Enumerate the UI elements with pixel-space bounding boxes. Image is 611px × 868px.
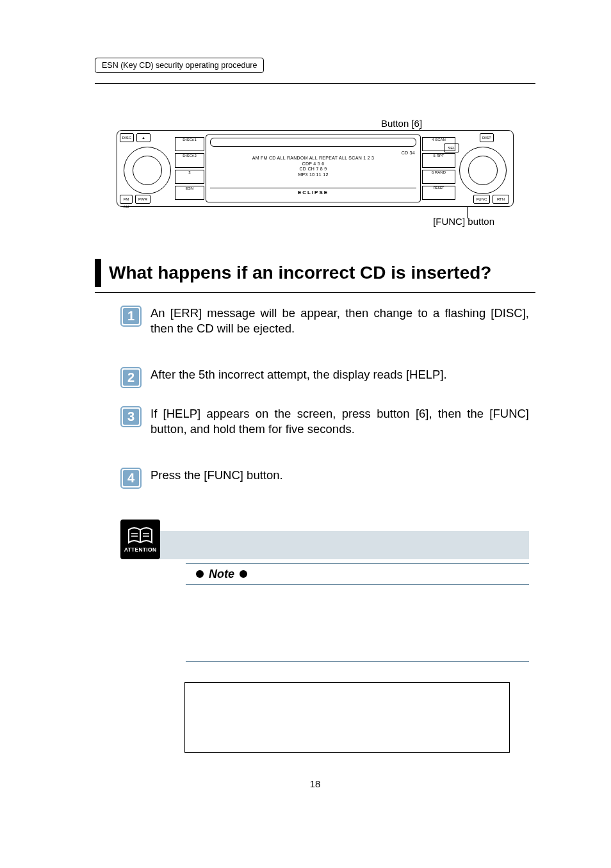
step-2: 2 After the 5th incorrect attempt, the d… [120,367,529,388]
preset-3-button[interactable]: 3 [175,170,204,184]
step-3-text: If [HELP] appears on the screen, press b… [151,406,529,437]
empty-info-box [184,682,510,753]
note-header: Note [186,563,529,585]
car-stereo-panel: DISC ▲ FM AM PWR DISC∧1 DISC∨2 3 ESN CD … [117,130,514,207]
page-number: 18 [95,778,535,789]
stereo-diagram: Button [6] DISC ▲ FM AM PWR DISC∧1 DISC∨… [95,118,535,227]
note-label: Note [209,568,234,581]
step-badge-4: 4 [120,468,142,489]
reset-button[interactable]: RESET [422,186,455,200]
cd-slot[interactable] [210,138,416,147]
stereo-display: CD 34 AM FM CD ALL RANDOM ALL REPEAT ALL… [206,135,421,202]
func-callout: [FUNC] button [95,216,535,227]
attention-label: ATTENTION [124,546,157,553]
note-body-area [186,585,529,662]
book-icon [127,526,153,545]
display-line-1: AM FM CD ALL RANDOM ALL REPEAT ALL SCAN … [211,156,415,161]
button6-callout: Button [6] [268,118,535,129]
esn-label: ESN [175,186,204,200]
bullet-icon [240,570,247,578]
display-line-2: CDP 4 5 6 [211,161,415,167]
attention-gray-bar [160,531,529,559]
select-knob[interactable] [459,147,507,194]
display-line-4: MP3 10 11 12 [211,172,415,177]
disc-up-button[interactable]: DISC∧1 [175,137,204,151]
brand-label: ECLIPSE [210,188,416,195]
breadcrumb-text: ESN (Key CD) security operating procedur… [102,61,257,70]
func-button[interactable]: FUNC [473,195,490,204]
step-badge-3: 3 [120,406,142,427]
step-badge-1: 1 [120,306,142,327]
volume-knob[interactable] [124,147,171,194]
heading-rule [95,292,535,293]
rand-button[interactable]: 6 RAND [422,170,455,184]
step-1-text: An [ERR] message will be appear, then ch… [151,306,529,336]
pwr-button[interactable]: PWR [135,195,151,204]
attention-icon: ATTENTION [120,520,160,559]
fm-am-button[interactable]: FM AM [120,195,133,204]
step-1: 1 An [ERR] message will be appear, then … [120,306,529,336]
rtn-button[interactable]: RTN [493,195,509,204]
disp-button[interactable]: DISP [480,133,494,142]
display-line-3: CD CH 7 8 9 [211,167,415,172]
bullet-icon [196,570,204,578]
eject-button[interactable]: ▲ [136,133,151,142]
rpt-button[interactable]: 5 RPT [422,153,455,167]
disc-button[interactable]: DISC [120,133,134,142]
step-badge-2: 2 [120,367,142,388]
heading-text: What happens if an incorrect CD is inser… [109,263,535,283]
section-heading: What happens if an incorrect CD is inser… [95,259,535,287]
step-2-text: After the 5th incorrect attempt, the dis… [151,367,529,382]
sel-label: SEL [444,143,459,152]
breadcrumb: ESN (Key CD) security operating procedur… [95,58,264,73]
step-4: 4 Press the [FUNC] button. [120,468,529,489]
step-4-text: Press the [FUNC] button. [151,468,529,483]
disc-down-button[interactable]: DISC∨2 [175,153,204,167]
step-3: 3 If [HELP] appears on the screen, press… [120,406,529,437]
display-line-cd: CD 34 [211,151,415,156]
